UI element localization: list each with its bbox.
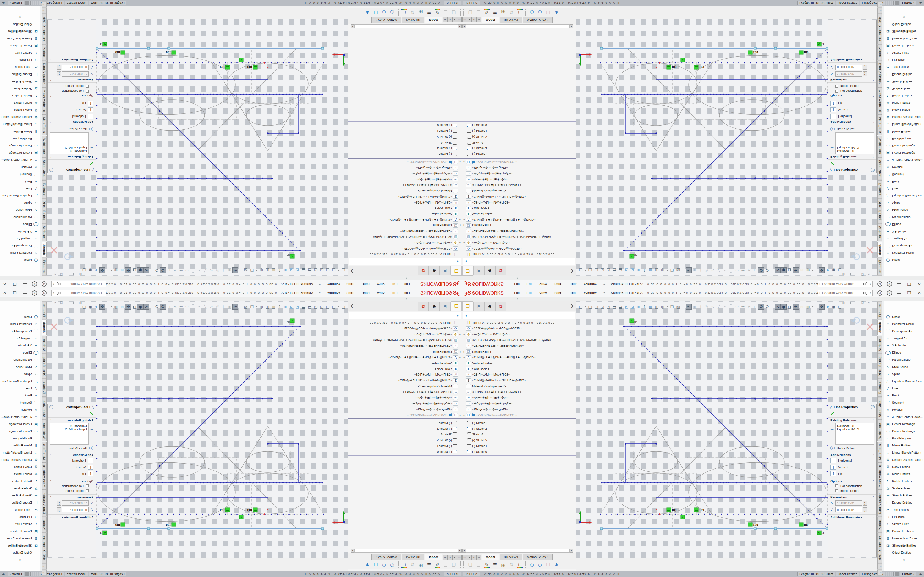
section-view-icon[interactable]: ◫ bbox=[654, 304, 660, 309]
doc-close-icon[interactable]: ✕ bbox=[52, 272, 58, 276]
minimize-button[interactable]: — bbox=[895, 289, 903, 297]
pages-icon[interactable]: ❏ bbox=[474, 562, 483, 567]
collapse-up-icon[interactable]: ⌃ bbox=[50, 419, 52, 422]
clock-minus-icon[interactable]: ◶ bbox=[536, 10, 544, 15]
sketch-lines[interactable] bbox=[97, 326, 324, 529]
display-pages-icon[interactable]: ❏ bbox=[450, 562, 458, 567]
toolbar-drag-grip[interactable] bbox=[459, 561, 460, 568]
search-box[interactable]: ❒ ▾ bbox=[52, 290, 107, 296]
angle-param-spinner[interactable]: ▴▾ bbox=[863, 508, 867, 513]
model-tab-nav-icon[interactable]: ◂ bbox=[452, 555, 457, 560]
toolbar-grip-dot[interactable] bbox=[405, 277, 407, 279]
sketch-confirmation-corner[interactable]: ⟲ ✕ bbox=[47, 314, 73, 334]
tab-features[interactable]: Features bbox=[877, 258, 882, 276]
tool-copy-entities[interactable]: ⧉Copy Entities bbox=[884, 106, 924, 114]
tool-fit-spline[interactable]: ↪Fit Spline bbox=[884, 56, 924, 64]
tool-equation-driven-curve[interactable]: ƒxEquation Driven Curve bbox=[0, 377, 40, 385]
iso-cube-3-icon[interactable]: ■ bbox=[283, 268, 289, 273]
equal-relation-badge[interactable]: 109 bbox=[166, 522, 176, 527]
tab-mbd-dimensions[interactable]: MBD Dimensions bbox=[42, 14, 47, 44]
expand-arrow-icon[interactable]: ▸ bbox=[462, 242, 466, 244]
menu-item-window[interactable]: Window bbox=[580, 290, 600, 296]
pencil-badge[interactable]: ✎ bbox=[239, 58, 243, 62]
flyout-more-chevron[interactable]: ⩔ bbox=[0, 558, 40, 562]
fix-relation-button[interactable]: ϯFix bbox=[828, 100, 876, 106]
tab-⋮[interactable]: ⋮ bbox=[42, 8, 47, 14]
expand-arrow-icon[interactable]: ▸ bbox=[462, 224, 466, 227]
scissors-icon[interactable]: ✄ bbox=[172, 268, 178, 273]
configurationmanager-tab[interactable]: ⊕ bbox=[429, 266, 440, 275]
expand-arrow-icon[interactable]: ▸ bbox=[462, 414, 466, 417]
tool-segment[interactable]: ⋰Segment bbox=[884, 399, 924, 406]
tree-item-history[interactable]: ✪○253Ɛ✛◦ₓ◎ɅΑΦ○◦○ΦΑɅ◎ₓ◦✛3Ɛ25○ bbox=[348, 326, 462, 331]
arrows-eye-icon[interactable]: ✜ bbox=[125, 304, 131, 309]
search-dropdown-icon[interactable]: ▾ bbox=[868, 283, 872, 285]
collapse-up-icon[interactable]: ⌃ bbox=[872, 155, 874, 158]
tool-circle[interactable]: ◯Circle bbox=[884, 256, 924, 264]
flyout-more-chevron[interactable]: ⩔ bbox=[884, 15, 924, 19]
parameters-header[interactable]: Parameters ⌃ bbox=[828, 494, 876, 500]
menu-item-view[interactable]: View bbox=[374, 290, 388, 296]
horizontal-relation-button[interactable]: —Horizontal bbox=[48, 457, 96, 464]
appearance-brush-icon[interactable]: ✎ bbox=[483, 562, 491, 567]
panel-help-icon[interactable]: ? bbox=[871, 168, 875, 172]
add-relations-header[interactable]: Add Relations ⌃ bbox=[48, 120, 96, 125]
collapse-up-icon[interactable]: ⌃ bbox=[50, 121, 52, 123]
status-custom-dropdown[interactable]: Custom ▴ bbox=[8, 0, 24, 5]
box-select-icon[interactable]: ▣ bbox=[226, 304, 233, 309]
dropdown-icon[interactable]: ▾ bbox=[584, 268, 587, 273]
save-view-icon[interactable]: ❏ bbox=[249, 268, 255, 273]
shadow-tree-icon[interactable]: ◍ bbox=[805, 268, 811, 273]
spline-eye-icon[interactable]: ∿ bbox=[775, 268, 781, 273]
view-cube-3-icon[interactable]: ◱ bbox=[599, 304, 605, 309]
iso-cube-1-icon[interactable]: ◩ bbox=[624, 304, 630, 309]
tree-item-origin[interactable]: ⌞○ИN◦ƍ℮◦ₓ◎○◦○◎ₓ◦℮ƍ◦ИN○ bbox=[348, 165, 462, 171]
undo-icon[interactable]: ↶ bbox=[686, 268, 691, 273]
tool-3-point-arc[interactable]: ⌢3 Point Arc bbox=[884, 342, 924, 349]
partial-arc-icon[interactable]: ◠ bbox=[184, 304, 190, 309]
tree-item-right-plane[interactable]: ▱○✛Ɛƍ◦ₓ○✳◉⌊○◦○⌋◉✳○ₓ◦ƍƐ✛○ bbox=[348, 171, 462, 176]
tool-segment[interactable]: ⋰Segment bbox=[0, 171, 40, 178]
spline-eye-icon[interactable]: ∿ bbox=[143, 304, 149, 309]
pencil-icon[interactable]: ✎ bbox=[704, 304, 710, 309]
tool-circle[interactable]: ◯Circle bbox=[884, 313, 924, 321]
iso-cube-2-icon[interactable]: ◪ bbox=[289, 304, 294, 309]
doc-restore-icon[interactable]: ❐ bbox=[859, 272, 866, 276]
hscroll-track[interactable] bbox=[466, 549, 570, 553]
expand-arrow-icon[interactable]: ▸ bbox=[462, 161, 466, 163]
tool-centerpoint-arc[interactable]: ⌒Centerpoint Arc bbox=[0, 242, 40, 250]
model-tab-nav-icon[interactable]: ▸ bbox=[472, 17, 476, 22]
table-grid-icon[interactable]: ▦ bbox=[499, 562, 507, 567]
equal-relation-badge[interactable]: 109 bbox=[115, 50, 125, 55]
expand-arrow-icon[interactable]: ▸ bbox=[458, 161, 462, 163]
checkbox-icon[interactable] bbox=[835, 484, 838, 487]
equal-relation-badge[interactable]: 109 bbox=[799, 522, 809, 527]
panel-help-icon[interactable]: ? bbox=[49, 168, 53, 172]
tool-parallelogram[interactable]: ▱Parallelogram bbox=[0, 135, 40, 142]
pencil-icon[interactable]: ✎ bbox=[704, 268, 710, 273]
length-param[interactable]: ↘10.88152731▴▾ bbox=[828, 500, 876, 506]
tool-copy-entities[interactable]: ⧉Copy Entities bbox=[884, 463, 924, 471]
view-cube-5-icon[interactable]: ⬒ bbox=[307, 304, 313, 309]
relation-entry[interactable]: Collinear108 bbox=[52, 150, 87, 153]
tool-offset-entities[interactable]: ⊏Offset Entities bbox=[884, 549, 924, 556]
spinner-down-icon[interactable]: ▾ bbox=[863, 65, 867, 67]
spinner-up-icon[interactable]: ▴ bbox=[863, 67, 867, 70]
expand-arrow-icon[interactable]: ▸ bbox=[458, 333, 462, 336]
parameters-header[interactable]: Parameters ⌃ bbox=[48, 494, 96, 500]
tree-item-material[interactable]: ☰Material < not specified > bbox=[462, 383, 576, 389]
tab-data-migration[interactable]: Data Migration bbox=[877, 60, 882, 87]
display-pages-icon[interactable]: ❏ bbox=[466, 10, 474, 15]
doc-restore-icon[interactable]: ❐ bbox=[58, 301, 65, 305]
model-tab-nav-icon[interactable]: ▸ bbox=[448, 555, 452, 560]
clock-minus-icon[interactable]: ◶ bbox=[380, 10, 388, 15]
tree-item-front-plane[interactable]: ▱○✛ИN◎ₓ+○✳◉⌊○◦○⌋◉✳○+ₓ◎ИN✛○ bbox=[462, 182, 576, 188]
arrows-eye-icon[interactable]: ✜ bbox=[793, 304, 799, 309]
arc-icon[interactable]: ⌒ bbox=[728, 268, 734, 273]
doc-minimize-icon[interactable]: — bbox=[65, 301, 71, 305]
dropdown-icon[interactable]: ▾ bbox=[337, 268, 340, 273]
relations-listbox[interactable]: Collinear108Equal length109 bbox=[50, 132, 89, 154]
tool-spline[interactable]: ∾Spline bbox=[884, 200, 924, 206]
iso-cube-1-icon[interactable]: ◩ bbox=[294, 304, 300, 309]
collapse-down-icon[interactable]: ⌄ bbox=[50, 516, 52, 519]
